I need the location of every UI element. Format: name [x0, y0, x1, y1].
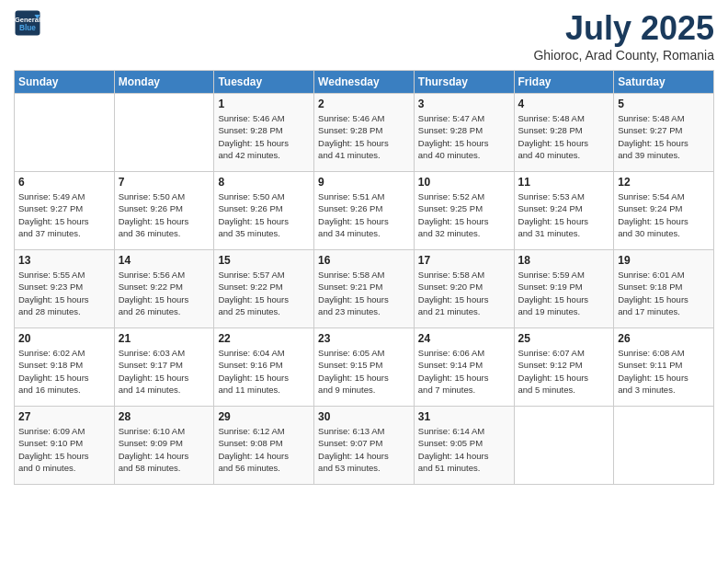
month-title: July 2025 — [533, 9, 714, 48]
day-info: Sunrise: 5:52 AM Sunset: 9:25 PM Dayligh… — [418, 190, 510, 239]
calendar-cell — [514, 407, 614, 485]
day-number: 29 — [218, 410, 310, 423]
day-number: 10 — [418, 176, 510, 189]
calendar-cell: 27Sunrise: 6:09 AM Sunset: 9:10 PM Dayli… — [15, 407, 115, 485]
day-info: Sunrise: 5:59 AM Sunset: 9:19 PM Dayligh… — [518, 269, 610, 317]
calendar-cell: 23Sunrise: 6:05 AM Sunset: 9:15 PM Dayli… — [314, 328, 415, 407]
day-number: 1 — [218, 98, 310, 110]
day-number: 4 — [518, 98, 610, 110]
day-info: Sunrise: 6:12 AM Sunset: 9:08 PM Dayligh… — [218, 425, 310, 474]
day-number: 31 — [418, 410, 510, 423]
day-info: Sunrise: 5:47 AM Sunset: 9:28 PM Dayligh… — [418, 112, 510, 161]
day-number: 19 — [618, 254, 710, 267]
calendar-cell: 12Sunrise: 5:54 AM Sunset: 9:24 PM Dayli… — [614, 172, 714, 250]
day-number: 7 — [119, 176, 210, 189]
calendar-cell: 21Sunrise: 6:03 AM Sunset: 9:17 PM Dayli… — [114, 328, 214, 407]
day-info: Sunrise: 5:57 AM Sunset: 9:22 PM Dayligh… — [218, 269, 310, 317]
day-info: Sunrise: 6:02 AM Sunset: 9:18 PM Dayligh… — [18, 347, 110, 396]
day-info: Sunrise: 5:58 AM Sunset: 9:20 PM Dayligh… — [418, 269, 510, 317]
day-info: Sunrise: 6:05 AM Sunset: 9:15 PM Dayligh… — [318, 347, 410, 396]
calendar-cell — [114, 94, 214, 172]
svg-text:Blue: Blue — [19, 24, 36, 32]
calendar-cell — [15, 94, 115, 172]
day-info: Sunrise: 6:09 AM Sunset: 9:10 PM Dayligh… — [18, 425, 110, 474]
weekday-header-cell: Friday — [514, 71, 614, 94]
day-number: 18 — [518, 254, 610, 267]
day-number: 26 — [618, 332, 710, 345]
day-number: 6 — [18, 176, 110, 189]
day-info: Sunrise: 5:56 AM Sunset: 9:22 PM Dayligh… — [119, 269, 210, 317]
calendar-cell: 7Sunrise: 5:50 AM Sunset: 9:26 PM Daylig… — [114, 172, 214, 250]
day-info: Sunrise: 5:54 AM Sunset: 9:24 PM Dayligh… — [618, 190, 710, 239]
weekday-header-cell: Tuesday — [214, 71, 314, 94]
day-number: 15 — [218, 254, 310, 267]
calendar-cell: 14Sunrise: 5:56 AM Sunset: 9:22 PM Dayli… — [114, 250, 214, 328]
calendar-table: SundayMondayTuesdayWednesdayThursdayFrid… — [14, 70, 714, 485]
calendar-cell: 1Sunrise: 5:46 AM Sunset: 9:28 PM Daylig… — [214, 94, 314, 172]
day-number: 5 — [618, 98, 710, 110]
calendar-cell: 19Sunrise: 6:01 AM Sunset: 9:18 PM Dayli… — [614, 250, 714, 328]
day-number: 12 — [618, 176, 710, 189]
day-number: 17 — [418, 254, 510, 267]
day-number: 30 — [318, 410, 410, 423]
calendar-cell: 26Sunrise: 6:08 AM Sunset: 9:11 PM Dayli… — [614, 328, 714, 407]
calendar-cell: 6Sunrise: 5:49 AM Sunset: 9:27 PM Daylig… — [15, 172, 115, 250]
day-info: Sunrise: 6:10 AM Sunset: 9:09 PM Dayligh… — [119, 425, 210, 474]
calendar-week-row: 20Sunrise: 6:02 AM Sunset: 9:18 PM Dayli… — [15, 328, 714, 407]
calendar-week-row: 27Sunrise: 6:09 AM Sunset: 9:10 PM Dayli… — [15, 407, 714, 485]
logo: General Blue — [14, 9, 41, 37]
title-block: July 2025 Ghioroc, Arad County, Romania — [533, 9, 714, 63]
day-number: 13 — [18, 254, 110, 267]
day-number: 24 — [418, 332, 510, 345]
day-number: 23 — [318, 332, 410, 345]
day-info: Sunrise: 6:04 AM Sunset: 9:16 PM Dayligh… — [218, 347, 310, 396]
calendar-cell: 11Sunrise: 5:53 AM Sunset: 9:24 PM Dayli… — [514, 172, 614, 250]
calendar-cell: 30Sunrise: 6:13 AM Sunset: 9:07 PM Dayli… — [314, 407, 415, 485]
day-info: Sunrise: 5:50 AM Sunset: 9:26 PM Dayligh… — [218, 190, 310, 239]
day-info: Sunrise: 6:13 AM Sunset: 9:07 PM Dayligh… — [318, 425, 410, 474]
location-subtitle: Ghioroc, Arad County, Romania — [533, 48, 714, 63]
weekday-header-cell: Monday — [114, 71, 214, 94]
day-info: Sunrise: 5:51 AM Sunset: 9:26 PM Dayligh… — [318, 190, 410, 239]
day-info: Sunrise: 6:07 AM Sunset: 9:12 PM Dayligh… — [518, 347, 610, 396]
day-number: 22 — [218, 332, 310, 345]
day-number: 11 — [518, 176, 610, 189]
weekday-header-cell: Saturday — [614, 71, 714, 94]
calendar-cell: 15Sunrise: 5:57 AM Sunset: 9:22 PM Dayli… — [214, 250, 314, 328]
calendar-cell: 2Sunrise: 5:46 AM Sunset: 9:28 PM Daylig… — [314, 94, 415, 172]
weekday-header-cell: Thursday — [414, 71, 514, 94]
day-info: Sunrise: 6:06 AM Sunset: 9:14 PM Dayligh… — [418, 347, 510, 396]
day-number: 9 — [318, 176, 410, 189]
calendar-cell: 31Sunrise: 6:14 AM Sunset: 9:05 PM Dayli… — [414, 407, 514, 485]
calendar-cell: 3Sunrise: 5:47 AM Sunset: 9:28 PM Daylig… — [414, 94, 514, 172]
weekday-header-row: SundayMondayTuesdayWednesdayThursdayFrid… — [15, 71, 714, 94]
calendar-cell: 28Sunrise: 6:10 AM Sunset: 9:09 PM Dayli… — [114, 407, 214, 485]
day-info: Sunrise: 5:48 AM Sunset: 9:28 PM Dayligh… — [518, 112, 610, 161]
calendar-body: 1Sunrise: 5:46 AM Sunset: 9:28 PM Daylig… — [15, 94, 714, 485]
calendar-week-row: 13Sunrise: 5:55 AM Sunset: 9:23 PM Dayli… — [15, 250, 714, 328]
day-info: Sunrise: 5:55 AM Sunset: 9:23 PM Dayligh… — [18, 269, 110, 317]
day-info: Sunrise: 6:08 AM Sunset: 9:11 PM Dayligh… — [618, 347, 710, 396]
calendar-cell: 13Sunrise: 5:55 AM Sunset: 9:23 PM Dayli… — [15, 250, 115, 328]
calendar-cell: 10Sunrise: 5:52 AM Sunset: 9:25 PM Dayli… — [414, 172, 514, 250]
calendar-cell: 4Sunrise: 5:48 AM Sunset: 9:28 PM Daylig… — [514, 94, 614, 172]
day-info: Sunrise: 5:49 AM Sunset: 9:27 PM Dayligh… — [18, 190, 110, 239]
day-info: Sunrise: 6:14 AM Sunset: 9:05 PM Dayligh… — [418, 425, 510, 474]
logo-icon: General Blue — [14, 9, 41, 37]
day-info: Sunrise: 5:48 AM Sunset: 9:27 PM Dayligh… — [618, 112, 710, 161]
day-number: 21 — [119, 332, 210, 345]
calendar-cell: 5Sunrise: 5:48 AM Sunset: 9:27 PM Daylig… — [614, 94, 714, 172]
day-info: Sunrise: 6:01 AM Sunset: 9:18 PM Dayligh… — [618, 269, 710, 317]
calendar-cell: 24Sunrise: 6:06 AM Sunset: 9:14 PM Dayli… — [414, 328, 514, 407]
calendar-cell — [614, 407, 714, 485]
calendar-cell: 8Sunrise: 5:50 AM Sunset: 9:26 PM Daylig… — [214, 172, 314, 250]
calendar-cell: 18Sunrise: 5:59 AM Sunset: 9:19 PM Dayli… — [514, 250, 614, 328]
calendar-week-row: 6Sunrise: 5:49 AM Sunset: 9:27 PM Daylig… — [15, 172, 714, 250]
day-number: 2 — [318, 98, 410, 110]
calendar-cell: 22Sunrise: 6:04 AM Sunset: 9:16 PM Dayli… — [214, 328, 314, 407]
day-info: Sunrise: 6:03 AM Sunset: 9:17 PM Dayligh… — [119, 347, 210, 396]
day-number: 14 — [119, 254, 210, 267]
day-info: Sunrise: 5:46 AM Sunset: 9:28 PM Dayligh… — [318, 112, 410, 161]
day-number: 20 — [18, 332, 110, 345]
calendar-cell: 20Sunrise: 6:02 AM Sunset: 9:18 PM Dayli… — [15, 328, 115, 407]
